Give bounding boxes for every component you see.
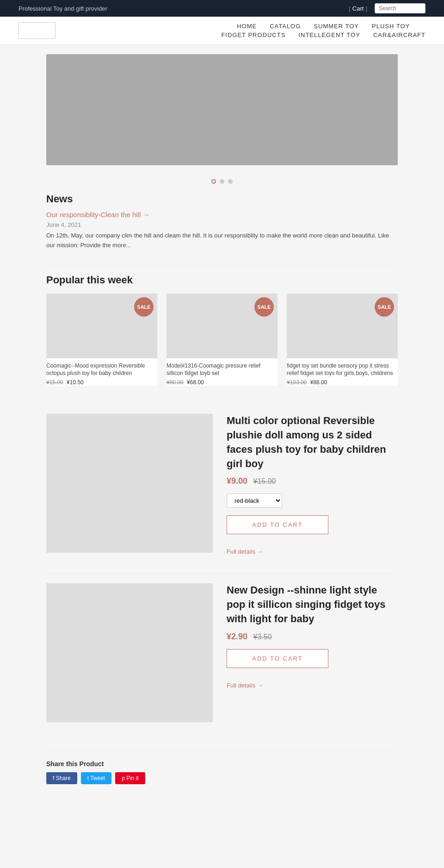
share-title: Share this Product (46, 760, 398, 768)
divider-1 (46, 264, 398, 265)
full-details-link-1[interactable]: Full details → (227, 548, 398, 555)
product-name-1: Coomagic--Mood expression Reversible oct… (46, 362, 157, 378)
feature-price-new-1: ¥9.00 (227, 476, 247, 486)
feature-product-1: Multi color optional Reversible plushie … (46, 414, 398, 555)
cart-label: Cart (352, 5, 364, 12)
news-section: News Our responsiblity-Clean the hill → … (46, 193, 398, 250)
product-name-3: fidget toy set bundle sensory pop it str… (287, 362, 398, 378)
search-input[interactable] (375, 3, 426, 13)
feature-price-old-2: ¥3.50 (253, 633, 272, 641)
share-pinterest-button[interactable]: p Pin it (115, 772, 145, 784)
nav-car[interactable]: CAR&AIRCRAFT (373, 31, 426, 38)
product-card-2[interactable]: SALE Model#1316-Coomagic pressure relief… (166, 293, 278, 386)
share-facebook-button[interactable]: f Share (46, 772, 77, 784)
nav-row-1: HOME CATALOG SUMMER TOY PLUSH TOY (237, 23, 410, 30)
price-old-1: ¥15.00 (46, 379, 63, 386)
hero-banner (46, 54, 398, 165)
nav-fidget[interactable]: FIDGET PRODUCTS (221, 31, 285, 38)
share-section: Share this Product f Share t Tweet p Pin… (46, 750, 398, 784)
news-link[interactable]: Our responsiblity-Clean the hill → (46, 211, 398, 219)
product-img-3: SALE (287, 293, 398, 358)
price-row-3: ¥103.00 ¥88.00 (287, 379, 398, 386)
product-card-1[interactable]: SALE Coomagic--Mood expression Reversibl… (46, 293, 157, 386)
feature-price-row-1: ¥9.00 ¥15.00 (227, 476, 398, 486)
feature-price-row-2: ¥2.90 ¥3.50 (227, 632, 398, 642)
price-new-2: ¥68.00 (187, 379, 204, 386)
add-to-cart-button-2[interactable]: ADD TO CART (227, 649, 328, 668)
product-name-2: Model#1316-Coomagic pressure relief sill… (166, 362, 278, 378)
price-row-2: ¥80.00 ¥68.00 (166, 379, 278, 386)
popular-section: Popular this week SALE Coomagic--Mood ex… (46, 274, 398, 386)
slider-dot-3[interactable] (228, 179, 233, 184)
cart-link[interactable]: [ Cart ] (349, 5, 367, 12)
price-new-3: ¥88.00 (310, 379, 327, 386)
sale-badge-3: SALE (375, 297, 394, 317)
news-date: June 4, 2021 (46, 221, 398, 228)
slider-dot-2[interactable] (220, 179, 224, 184)
feature-info-2: New Design --shinne light style pop it s… (227, 583, 398, 688)
product-img-2: SALE (166, 293, 278, 358)
slider-dot-1[interactable] (211, 179, 216, 184)
logo[interactable] (18, 22, 56, 39)
feature-img-2 (46, 583, 213, 722)
nav-plush-toy[interactable]: PLUSH TOY (372, 23, 410, 30)
share-twitter-button[interactable]: t Tweet (81, 772, 111, 784)
share-buttons: f Share t Tweet p Pin it (46, 772, 398, 784)
feature-img-1 (46, 414, 213, 553)
feature-price-new-2: ¥2.90 (227, 632, 247, 641)
feature-product-2: New Design --shinne light style pop it s… (46, 583, 398, 722)
news-title: News (46, 193, 398, 205)
tagline: Professional Toy and gift provider (18, 5, 107, 12)
sale-badge-1: SALE (134, 297, 154, 317)
divider-4 (46, 741, 398, 741)
product-card-3[interactable]: SALE fidget toy set bundle sensory pop i… (287, 293, 398, 386)
news-body: On 12th, May, our company clim the hill … (46, 231, 398, 250)
feature-info-1: Multi color optional Reversible plushie … (227, 414, 398, 555)
nav-row-2: FIDGET PRODUCTS INTELLEGENT TOY CAR&AIRC… (221, 31, 426, 38)
full-details-link-2[interactable]: Full details → (227, 682, 398, 689)
nav-links: HOME CATALOG SUMMER TOY PLUSH TOY FIDGET… (221, 23, 426, 38)
feature-title-1: Multi color optional Reversible plushie … (227, 414, 398, 471)
nav-bar: HOME CATALOG SUMMER TOY PLUSH TOY FIDGET… (0, 17, 444, 45)
divider-3 (46, 574, 398, 574)
nav-summer-toy[interactable]: SUMMER TOY (314, 23, 359, 30)
popular-title: Popular this week (46, 274, 398, 286)
nav-intellegent[interactable]: INTELLEGENT TOY (298, 31, 360, 38)
price-old-2: ¥80.00 (166, 379, 184, 386)
price-new-1: ¥10.50 (67, 379, 84, 386)
sale-badge-2: SALE (254, 297, 274, 317)
nav-catalog[interactable]: CATALOG (270, 23, 301, 30)
slider-dots (0, 179, 444, 184)
divider-2 (46, 404, 398, 405)
main-content: News Our responsiblity-Clean the hill → … (46, 193, 398, 784)
popular-grid: SALE Coomagic--Mood expression Reversibl… (46, 293, 398, 386)
nav-home[interactable]: HOME (237, 23, 257, 30)
price-row-1: ¥15.00 ¥10.50 (46, 379, 157, 386)
feature-title-2: New Design --shinne light style pop it s… (227, 583, 398, 626)
product-img-1: SALE (46, 293, 157, 358)
price-old-3: ¥103.00 (287, 379, 307, 386)
top-bar: Professional Toy and gift provider [ Car… (0, 0, 444, 17)
variant-select-1[interactable]: red-black blue-white yellow-green (227, 493, 282, 508)
top-bar-right: [ Cart ] (349, 3, 426, 13)
feature-price-old-1: ¥15.00 (253, 477, 276, 485)
add-to-cart-button-1[interactable]: ADD TO CART (227, 515, 328, 534)
